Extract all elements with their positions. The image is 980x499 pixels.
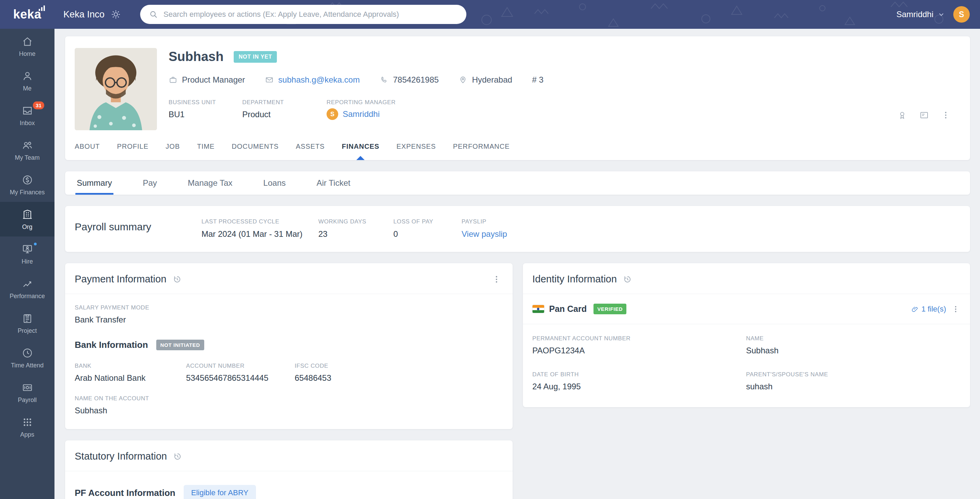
account-name-block: NAME ON THE ACCOUNT Subhash — [75, 395, 501, 415]
payment-kebab-menu-icon[interactable] — [492, 275, 501, 284]
payment-information-card: Payment Information SALARY PAYMENT MODE … — [65, 263, 512, 429]
sidebar-item-my-finances[interactable]: My Finances — [0, 167, 54, 202]
sidebar-item-apps[interactable]: Apps — [0, 410, 54, 444]
tab-profile[interactable]: PROFILE — [117, 143, 148, 160]
payroll-summary-title: Payroll summary — [75, 218, 202, 233]
employee-header-card: Subhash NOT IN YET Product Manager subha… — [65, 36, 970, 160]
pan-card-row: Pan Card VERIFIED 1 file(s) — [523, 294, 970, 324]
header-kebab-menu-icon[interactable] — [941, 111, 950, 120]
sidebar-item-label: Project — [18, 327, 37, 335]
apps-grid-icon — [22, 416, 33, 428]
reporting-manager-label: REPORTING MANAGER — [326, 99, 396, 106]
keka-logo[interactable]: keka — [0, 0, 54, 29]
inbox-icon — [22, 105, 33, 116]
working-days-value: 23 — [318, 229, 393, 239]
sidebar-item-payroll[interactable]: Payroll — [0, 375, 54, 410]
document-name: Pan Card — [549, 304, 587, 314]
email-item: subhash.g@keka.com — [265, 75, 360, 84]
parent-spouse-name-value: suhash — [746, 382, 960, 391]
tab-job[interactable]: JOB — [165, 143, 180, 160]
briefcase-icon — [169, 75, 178, 84]
last-processed-cycle-value: Mar 2024 (01 Mar - 31 Mar) — [202, 229, 318, 239]
phone-item: 7854261985 — [380, 75, 439, 84]
sidebar-item-label: My Finances — [10, 189, 45, 196]
tab-finances[interactable]: FINANCES — [342, 143, 379, 160]
last-processed-cycle-label: LAST PROCESSED CYCLE — [202, 218, 318, 225]
location-pin-icon — [458, 75, 468, 84]
person-icon — [22, 70, 33, 82]
sidebar-item-me[interactable]: Me — [0, 64, 54, 98]
hire-notification-dot — [33, 242, 37, 246]
sidebar-item-home[interactable]: Home — [0, 29, 54, 64]
tab-performance[interactable]: PERFORMANCE — [453, 143, 509, 160]
payment-history-icon[interactable] — [173, 275, 181, 284]
identity-information-title: Identity Information — [533, 274, 617, 285]
phone-icon — [380, 75, 388, 84]
payslip-block: PAYSLIP View payslip — [461, 218, 507, 239]
subtab-loans[interactable]: Loans — [262, 173, 287, 194]
employee-header-actions — [897, 110, 950, 120]
finances-subtabs: Summary Pay Manage Tax Loans Air Ticket — [65, 171, 970, 194]
subtab-manage-tax[interactable]: Manage Tax — [186, 173, 234, 194]
reporting-manager-block: REPORTING MANAGER S Samriddhi — [326, 99, 396, 120]
sidebar-item-label: Home — [19, 50, 35, 57]
sidebar-nav: Home Me 31 Inbox My Team My Finances Org… — [0, 29, 54, 499]
sidebar-item-performance[interactable]: Performance — [0, 271, 54, 306]
loss-of-pay-value: 0 — [393, 229, 461, 239]
sidebar-item-org[interactable]: Org — [0, 202, 54, 236]
tab-expenses[interactable]: EXPENSES — [396, 143, 436, 160]
pan-name-value: Subhash — [746, 346, 960, 356]
subtab-summary[interactable]: Summary — [75, 173, 113, 194]
global-search[interactable] — [140, 5, 466, 24]
monitor-person-icon — [22, 243, 33, 255]
sidebar-item-inbox[interactable]: 31 Inbox — [0, 98, 54, 132]
attached-files-link[interactable]: 1 file(s) — [911, 305, 946, 314]
main-content: Subhash NOT IN YET Product Manager subha… — [54, 0, 980, 499]
parent-spouse-name-block: PARENT'S/SPOUSE'S NAME suhash — [746, 371, 960, 391]
subtab-pay[interactable]: Pay — [142, 173, 158, 194]
business-unit-label: BUSINESS UNIT — [169, 99, 242, 106]
sidebar-item-time-attend[interactable]: Time Attend — [0, 340, 54, 375]
employee-name: Subhash — [169, 49, 223, 64]
feedback-card-icon[interactable] — [920, 110, 929, 120]
praise-medal-icon[interactable] — [897, 110, 907, 120]
tab-assets[interactable]: ASSETS — [296, 143, 325, 160]
account-number-label: ACCOUNT NUMBER — [186, 363, 295, 370]
view-payslip-link[interactable]: View payslip — [461, 229, 507, 239]
location-item: Hyderabad — [458, 75, 512, 84]
user-avatar[interactable]: S — [953, 6, 970, 22]
chevron-down-icon[interactable] — [937, 11, 945, 18]
loss-of-pay-block: LOSS OF PAY 0 — [393, 218, 461, 239]
mail-icon — [265, 75, 274, 84]
statutory-information-card: Statutory Information PF Account Informa… — [65, 440, 512, 499]
job-title: Product Manager — [182, 75, 245, 84]
last-processed-cycle-block: LAST PROCESSED CYCLE Mar 2024 (01 Mar - … — [202, 218, 318, 239]
employee-photo — [75, 48, 157, 130]
sidebar-item-hire[interactable]: Hire — [0, 236, 54, 271]
employee-email-link[interactable]: subhash.g@keka.com — [278, 75, 360, 84]
pan-card-kebab-menu-icon[interactable] — [951, 305, 960, 313]
sidebar-item-my-team[interactable]: My Team — [0, 132, 54, 167]
clock-icon — [22, 347, 33, 359]
tab-documents[interactable]: DOCUMENTS — [232, 143, 278, 160]
dob-value: 24 Aug, 1995 — [533, 382, 746, 391]
account-number-value: 534565467865314445 — [186, 373, 295, 383]
loss-of-pay-label: LOSS OF PAY — [393, 218, 461, 225]
identity-history-icon[interactable] — [623, 275, 632, 284]
company-settings-gear-icon[interactable] — [111, 9, 121, 19]
verified-badge: VERIFIED — [593, 304, 626, 314]
sidebar-item-project[interactable]: Project — [0, 306, 54, 340]
subtab-air-ticket[interactable]: Air Ticket — [315, 173, 352, 194]
manager-link[interactable]: Samriddhi — [343, 109, 380, 119]
sidebar-item-label: Org — [22, 223, 32, 231]
statutory-history-icon[interactable] — [173, 452, 182, 461]
pan-name-label: NAME — [746, 335, 960, 342]
tab-time[interactable]: TIME — [197, 143, 215, 160]
pan-number-label: PERMANENT ACCOUNT NUMBER — [533, 335, 746, 342]
sidebar-item-label: Time Attend — [11, 362, 43, 369]
tab-about[interactable]: ABOUT — [75, 143, 100, 160]
inbox-count-badge: 31 — [33, 102, 44, 109]
search-input[interactable] — [164, 10, 457, 19]
sidebar-item-label: Hire — [22, 258, 33, 265]
topbar: keka Keka Inco Samriddhi S — [0, 0, 980, 29]
